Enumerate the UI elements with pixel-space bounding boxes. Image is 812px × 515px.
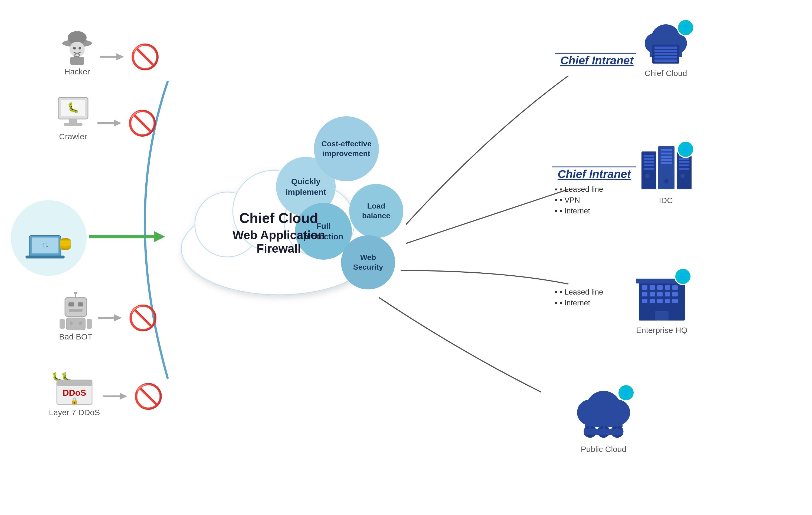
svg-rect-58 (655, 50, 677, 52)
svg-rect-73 (661, 156, 672, 158)
hacker-blocked: 🚫 (100, 44, 160, 69)
svg-rect-59 (655, 53, 677, 55)
svg-rect-74 (661, 159, 672, 161)
svg-marker-23 (116, 53, 124, 60)
svg-point-69 (645, 174, 649, 178)
bubble-cost-effective: Cost-effectiveimprovement (314, 116, 379, 181)
svg-rect-96 (672, 292, 678, 297)
svg-rect-90 (665, 285, 670, 290)
svg-rect-100 (665, 299, 670, 303)
svg-rect-95 (665, 292, 670, 297)
svg-point-8 (60, 242, 70, 247)
svg-rect-82 (679, 168, 689, 170)
svg-rect-67 (644, 164, 654, 166)
svg-rect-66 (644, 161, 654, 163)
svg-marker-51 (120, 393, 127, 400)
svg-point-17 (69, 42, 85, 57)
svg-rect-63 (641, 151, 656, 189)
svg-rect-92 (642, 292, 647, 297)
bad-bot-label: Bad BOT (59, 332, 92, 341)
svg-rect-71 (661, 149, 672, 151)
dest-chief-cloud: 🌐 Chief Cloud (636, 22, 696, 78)
threat-crawler: 🐛 Crawler (54, 95, 92, 141)
svg-rect-102 (655, 311, 669, 321)
threat-bad-bot: Bad BOT (58, 292, 93, 341)
svg-text:🐛: 🐛 (67, 102, 79, 113)
svg-rect-68 (644, 168, 654, 170)
chief-cloud-label: Chief Cloud (645, 69, 687, 78)
user-circle: ↑↓ (11, 200, 87, 276)
svg-rect-57 (655, 47, 677, 49)
bubble-load-balance: Loadbalance (349, 184, 403, 238)
svg-rect-61 (655, 60, 677, 62)
svg-marker-43 (114, 314, 122, 321)
svg-point-76 (664, 179, 669, 183)
svg-rect-113 (616, 425, 618, 430)
crawler-blocked: 🚫 (97, 111, 157, 135)
svg-rect-99 (657, 299, 663, 303)
svg-rect-72 (661, 153, 672, 154)
svg-point-19 (79, 47, 81, 50)
dest-public-cloud: 🌐 Public Cloud (569, 387, 639, 454)
svg-rect-60 (655, 56, 677, 58)
svg-rect-35 (78, 302, 83, 306)
threat-hacker: Hacker (60, 27, 95, 76)
svg-rect-38 (60, 319, 65, 329)
svg-rect-36 (69, 309, 83, 312)
enterprise-connections: ▪ Leased line ▪ Internet (555, 287, 603, 308)
svg-rect-97 (642, 299, 647, 303)
svg-marker-30 (114, 120, 121, 127)
crawler-label: Crawler (59, 132, 87, 141)
svg-text:↑↓: ↑↓ (41, 241, 49, 249)
svg-rect-112 (603, 423, 605, 430)
dest-idc: 🌐 IDC (636, 143, 696, 205)
svg-rect-93 (649, 292, 655, 297)
bot-blocked: 🚫 (98, 306, 158, 330)
chief-intranet-label-2: Chief Intranet (557, 168, 631, 181)
public-cloud-label: Public Cloud (581, 445, 626, 454)
svg-rect-2 (26, 255, 65, 259)
svg-rect-47 (57, 380, 92, 386)
svg-rect-80 (679, 161, 689, 163)
ddos-label: Layer 7 DDoS (49, 408, 100, 417)
waf-title: Chief Cloud Web Application Firewall (223, 210, 334, 255)
svg-rect-64 (644, 155, 654, 157)
svg-rect-27 (69, 119, 77, 123)
dest-enterprise-hq: 🌐 Enterprise HQ (631, 271, 693, 335)
svg-text:🔒: 🔒 (70, 397, 79, 405)
svg-marker-10 (154, 231, 165, 242)
svg-rect-81 (679, 164, 689, 166)
chief-intranet-label-1: Chief Intranet (560, 54, 634, 67)
svg-rect-37 (66, 318, 85, 330)
svg-rect-34 (68, 302, 74, 306)
svg-point-33 (74, 292, 78, 295)
svg-point-40 (69, 322, 73, 325)
svg-rect-91 (672, 285, 678, 290)
svg-rect-79 (679, 158, 689, 160)
svg-rect-21 (70, 57, 84, 65)
svg-text:DDoS: DDoS (62, 388, 86, 398)
bubble-web-security: WebSecurity (341, 235, 395, 290)
svg-rect-39 (87, 319, 92, 329)
svg-point-18 (73, 47, 76, 50)
svg-point-83 (680, 174, 685, 178)
svg-rect-98 (649, 299, 655, 303)
svg-rect-28 (64, 123, 83, 126)
svg-rect-88 (649, 285, 655, 290)
idc-connections: ▪ Leased line ▪ VPN ▪ Internet (555, 184, 603, 216)
hacker-label: Hacker (64, 67, 90, 76)
enterprise-hq-label: Enterprise HQ (636, 326, 688, 335)
ddos-blocked: 🚫 (104, 384, 164, 408)
svg-rect-101 (672, 299, 678, 303)
svg-rect-94 (657, 292, 663, 297)
svg-rect-65 (644, 158, 654, 160)
idc-label: IDC (659, 196, 673, 205)
svg-rect-31 (65, 298, 87, 316)
threat-ddos: 🐛 🐛 DDoS 🔒 Layer 7 DDoS (49, 368, 100, 417)
green-arrow-container (89, 229, 165, 245)
svg-rect-111 (589, 425, 591, 430)
svg-rect-87 (642, 285, 647, 290)
svg-rect-89 (657, 285, 663, 290)
svg-rect-75 (661, 162, 672, 164)
svg-point-41 (79, 322, 82, 325)
